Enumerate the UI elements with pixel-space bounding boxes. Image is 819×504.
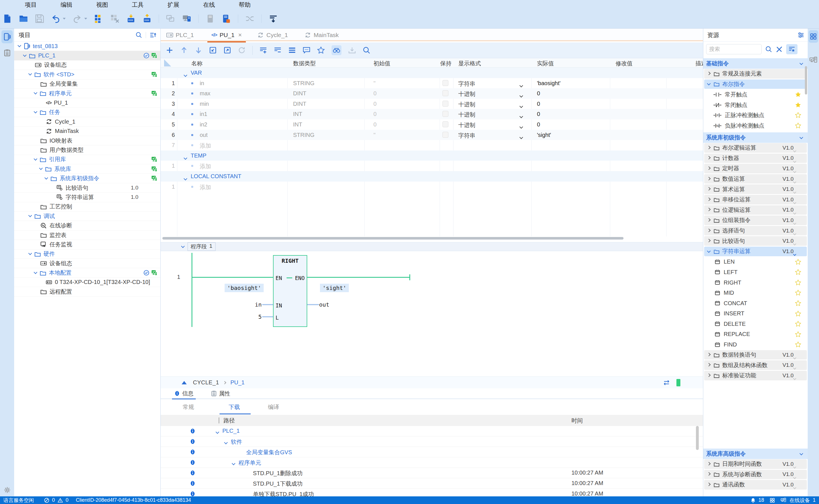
chevron-down-icon[interactable] xyxy=(28,251,32,255)
operand-out-var[interactable]: out xyxy=(319,301,329,308)
menu-tools[interactable]: 工具 xyxy=(132,1,144,9)
operand-out-value[interactable]: 'sight' xyxy=(320,284,349,292)
retain-checkbox[interactable] xyxy=(442,101,448,107)
resource-category[interactable]: 日期和时间函数V1.0 xyxy=(703,459,808,469)
grid-icon[interactable] xyxy=(770,498,775,503)
section-header[interactable]: 系统库高级指令 xyxy=(703,449,808,459)
resource-category[interactable]: 布尔逻辑运算V1.0 xyxy=(703,143,808,153)
chevron-down-icon[interactable] xyxy=(23,53,27,57)
breadcrumb-pu1[interactable]: PU_1 xyxy=(230,379,244,386)
menu-extensions[interactable]: 扩展 xyxy=(167,1,179,9)
upload-from-device-icon[interactable] xyxy=(143,14,152,23)
star-icon[interactable] xyxy=(795,321,801,327)
star-icon[interactable] xyxy=(795,269,801,275)
menu-project[interactable]: 项目 xyxy=(25,1,37,9)
tree-item-hardware[interactable]: 硬件 xyxy=(14,249,160,259)
move-down-icon[interactable] xyxy=(195,46,202,54)
var-section-var[interactable]: VAR xyxy=(161,68,703,78)
tree-item-global-vars[interactable]: 全局变量集 xyxy=(14,79,160,89)
chevron-down-icon[interactable] xyxy=(39,166,43,170)
favorite-icon[interactable] xyxy=(317,46,325,54)
tree-item-t324-device[interactable]: 0 T324-XP-CD-10_1[T324-XP-CD-10] xyxy=(14,278,160,287)
ladder-canvas[interactable]: 1 'baosight' in 5 'sight' out RIGHT EN E… xyxy=(161,251,703,376)
resource-category[interactable]: 系统与诊断函数V1.0 xyxy=(703,469,808,480)
insert-row-icon[interactable] xyxy=(259,46,267,54)
open-project-icon[interactable] xyxy=(19,14,28,23)
tree-item-local-config[interactable]: 本地配置 xyxy=(14,268,160,277)
tree-item-remote-config[interactable]: 远程配置 xyxy=(14,287,160,296)
display-format-select[interactable]: 字符串 xyxy=(458,80,475,88)
chevron-down-icon[interactable] xyxy=(216,430,219,434)
operand-in-value[interactable]: 'baosight' xyxy=(225,284,264,292)
star-icon[interactable] xyxy=(795,122,801,129)
delete-row-icon[interactable] xyxy=(274,46,281,54)
new-project-icon[interactable] xyxy=(3,14,12,23)
resource-category[interactable]: 布尔指令 xyxy=(703,79,808,90)
star-icon[interactable] xyxy=(795,290,801,296)
resource-instruction[interactable]: INSERT xyxy=(703,309,808,319)
tree-item-maintask[interactable]: MainTask xyxy=(14,127,160,136)
tree-item-process-control[interactable]: 工艺控制 xyxy=(14,202,160,212)
resource-instruction[interactable]: FIND xyxy=(703,339,808,350)
tree-item-cycle1[interactable]: Cycle_1 xyxy=(14,117,160,126)
var-section-local-constant[interactable]: LOCAL CONSTANT xyxy=(161,171,703,182)
resource-category[interactable]: 常规及连接元素 xyxy=(703,69,808,79)
resource-category[interactable]: 选择语句V1.0 xyxy=(703,226,808,236)
panel-layout-tab[interactable] xyxy=(809,30,818,43)
tree-item-pu1[interactable]: </>PU_1 xyxy=(14,98,160,107)
tree-item-user-types[interactable]: 用户数据类型 xyxy=(14,145,160,155)
star-icon[interactable] xyxy=(795,300,801,306)
star-icon[interactable] xyxy=(795,259,801,265)
tree-item-system-lib-basic[interactable]: 系统库初级指令 xyxy=(14,174,160,183)
star-icon[interactable] xyxy=(795,112,801,118)
retain-checkbox[interactable] xyxy=(442,121,448,127)
chevron-down-icon[interactable] xyxy=(232,462,235,465)
edit-tools-icon[interactable] xyxy=(776,46,783,53)
undo-icon[interactable] xyxy=(51,14,60,23)
search-icon[interactable] xyxy=(136,32,142,38)
task-list-tab[interactable] xyxy=(1,46,13,59)
message-row[interactable]: PLC_1 xyxy=(161,426,703,436)
var-row-in2[interactable]: 5in2INT0十进制0 xyxy=(161,119,703,130)
tree-item-software-std[interactable]: 软件 <STD> xyxy=(14,70,160,79)
tree-item-system-lib[interactable]: 系统库 xyxy=(14,164,160,174)
chevron-down-icon[interactable] xyxy=(34,157,37,161)
menu-icon[interactable] xyxy=(288,46,296,54)
resource-instruction[interactable]: RIGHT xyxy=(703,277,808,288)
tab-maintask[interactable]: MainTask xyxy=(300,29,343,41)
chevron-down-icon[interactable] xyxy=(224,441,228,444)
chevron-down-icon[interactable] xyxy=(34,110,37,113)
tab-info[interactable]: 信息 xyxy=(172,388,196,399)
var-row-min[interactable]: 3minDINT0十进制0 xyxy=(161,99,703,109)
resource-category[interactable]: 比较语句V1.0 xyxy=(703,236,808,246)
chevron-down-icon[interactable] xyxy=(28,72,32,76)
tree-item-ref-libs[interactable]: 引用库 xyxy=(14,155,160,164)
chevron-down-icon[interactable] xyxy=(34,270,37,274)
chevron-down-icon[interactable] xyxy=(34,91,37,94)
star-icon[interactable] xyxy=(795,91,801,98)
message-row[interactable]: 单独下载STD.PU_1成功10:00:27 AM xyxy=(161,489,703,496)
move-up-icon[interactable] xyxy=(180,46,188,54)
message-row[interactable]: 程序单元 xyxy=(161,457,703,468)
resource-instruction[interactable]: 负脉冲检测触点 xyxy=(703,120,808,131)
subtab-general[interactable]: 常规 xyxy=(183,403,194,411)
errors-icon[interactable] xyxy=(44,498,49,503)
star-icon[interactable] xyxy=(795,279,801,286)
message-row[interactable]: STD.PU_1删除成功10:00:27 AM xyxy=(161,468,703,478)
add-variable-icon[interactable] xyxy=(166,46,173,54)
tree-item-plc1[interactable]: PLC_1 xyxy=(14,51,160,60)
display-format-select[interactable]: 十进制 xyxy=(458,90,475,98)
operand-in-var[interactable]: in xyxy=(231,301,262,308)
menu-view[interactable]: 视图 xyxy=(96,1,108,9)
retain-checkbox[interactable] xyxy=(442,90,448,96)
resource-category[interactable]: 算术运算V1.0 xyxy=(703,184,808,195)
tree-item-online-diag[interactable]: 在线诊断 xyxy=(14,221,160,230)
chevron-down-icon[interactable] xyxy=(18,44,21,47)
resource-instruction[interactable]: 常开触点 xyxy=(703,89,808,100)
message-row[interactable]: STD.PU_1下载成功10:00:27 AM xyxy=(161,478,703,489)
undo-dropdown-icon[interactable] xyxy=(63,18,66,20)
tree-item-program-units[interactable]: 程序单元 xyxy=(14,89,160,98)
export-icon[interactable] xyxy=(223,46,231,54)
resource-category[interactable]: 计数器V1.0 xyxy=(703,153,808,164)
function-block-right[interactable]: RIGHT EN ENO IN L xyxy=(273,255,307,327)
